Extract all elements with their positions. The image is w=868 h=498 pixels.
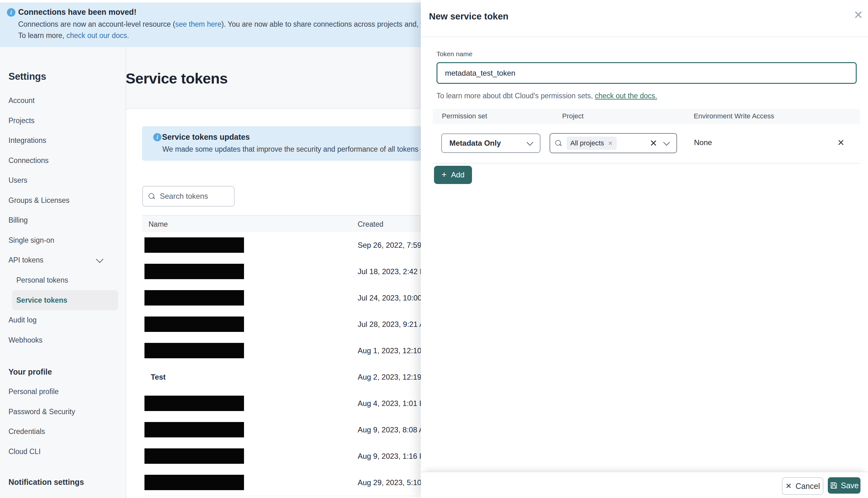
- sidebar-item-label: API tokens: [0, 256, 43, 264]
- info-icon: i: [153, 133, 161, 141]
- permission-set-value: Metadata Only: [449, 139, 501, 147]
- plus-icon: +: [442, 170, 447, 180]
- close-icon: ✕: [786, 482, 792, 490]
- check-docs-link[interactable]: check out our docs.: [66, 31, 129, 40]
- settings-sidebar: Settings AccountProjectsIntegrationsConn…: [0, 47, 126, 498]
- chevron-down-icon: [96, 255, 103, 263]
- sidebar-item-label: Audit log: [0, 316, 37, 324]
- save-button-label: Save: [841, 481, 859, 490]
- redacted-name-bar: [144, 343, 244, 358]
- sidebar-item-label: Single sign-on: [0, 236, 54, 245]
- sidebar-item-groups-licenses[interactable]: Groups & Licenses: [0, 194, 125, 207]
- sidebar-item-label: Your profile: [0, 367, 52, 377]
- environment-write-access-value: None: [694, 133, 712, 152]
- search-input[interactable]: [159, 192, 229, 201]
- redacted-name-bar: [144, 290, 244, 305]
- see-them-here-link[interactable]: see them here: [175, 20, 221, 28]
- sidebar-item-notification-settings: Notification settings: [0, 476, 125, 488]
- sidebar-item-personal-tokens[interactable]: Personal tokens: [0, 274, 125, 286]
- redacted-name-bar: [144, 264, 244, 279]
- sidebar-item-users[interactable]: Users: [0, 174, 125, 186]
- add-button[interactable]: + Add: [434, 166, 472, 184]
- token-name-cell: Test: [151, 364, 166, 390]
- sidebar-item-label: Webhooks: [0, 336, 42, 344]
- column-header-name: Name: [148, 216, 168, 233]
- cancel-button[interactable]: ✕ Cancel: [782, 477, 824, 495]
- sidebar-item-api-tokens[interactable]: API tokens: [0, 254, 125, 266]
- sidebar-item-single-sign-on[interactable]: Single sign-on: [0, 234, 125, 247]
- sidebar-item-webhooks[interactable]: Webhooks: [0, 334, 125, 346]
- redacted-name-bar: [144, 448, 244, 464]
- chevron-down-icon: [663, 139, 670, 146]
- cancel-button-label: Cancel: [795, 482, 820, 491]
- sidebar-item-label: Integrations: [0, 136, 46, 145]
- clear-icon[interactable]: ✕: [650, 139, 657, 148]
- infobox-title: Service tokens updates: [162, 132, 250, 142]
- redacted-name-bar: [144, 316, 244, 332]
- sidebar-item-cloud-cli[interactable]: Cloud CLI: [0, 445, 125, 458]
- sidebar-item-your-profile: Your profile: [0, 366, 125, 378]
- save-icon: [830, 481, 838, 489]
- redacted-name-bar: [144, 237, 244, 253]
- sidebar-item-label: Connections: [0, 156, 49, 165]
- project-combobox[interactable]: All projects ✕ ✕: [550, 133, 677, 153]
- sidebar-item-label: Personal tokens: [0, 276, 68, 285]
- sidebar-item-password-security[interactable]: Password & Security: [0, 405, 125, 418]
- drawer-title: New service token: [429, 11, 509, 22]
- sidebar-item-account[interactable]: Account: [0, 94, 125, 107]
- remove-row-icon[interactable]: ✕: [837, 133, 844, 152]
- sidebar-item-connections[interactable]: Connections: [0, 154, 125, 167]
- sidebar-item-label: Personal profile: [0, 388, 59, 396]
- redacted-name-bar: [144, 422, 244, 437]
- chip-remove-icon[interactable]: ✕: [608, 140, 613, 147]
- permissions-grid-header: Permission set Project Environment Write…: [433, 109, 860, 124]
- sidebar-item-label: Password & Security: [0, 408, 75, 416]
- helper-prefix: To learn more about dbt Cloud's permissi…: [436, 92, 595, 100]
- sidebar-item-label: Account: [0, 96, 35, 105]
- info-icon: i: [7, 8, 15, 17]
- divider: [421, 36, 868, 37]
- token-name-input[interactable]: [436, 62, 857, 84]
- redacted-name-bar: [144, 475, 244, 490]
- banner-footer-text: To learn more,: [18, 31, 66, 40]
- drawer-footer: ✕ Cancel Save: [421, 472, 868, 498]
- sidebar-item-service-tokens[interactable]: Service tokens: [0, 294, 125, 306]
- check-out-docs-link[interactable]: check out the docs.: [595, 92, 657, 100]
- close-icon[interactable]: ✕: [854, 10, 863, 21]
- sidebar-item-label: Projects: [0, 117, 35, 125]
- permission-helper-text: To learn more about dbt Cloud's permissi…: [436, 92, 657, 100]
- sidebar-item-audit-log[interactable]: Audit log: [0, 314, 125, 326]
- page-title: Service tokens: [126, 70, 228, 87]
- sidebar-item-label: Service tokens: [0, 296, 67, 304]
- banner-body-text: Connections are now an account-level res…: [18, 20, 175, 28]
- token-name-label: Token name: [436, 50, 472, 58]
- sidebar-item-label: Notification settings: [0, 477, 84, 487]
- sidebar-item-label: Users: [0, 176, 27, 185]
- banner-footer: To learn more, check out our docs.: [18, 31, 129, 40]
- sidebar-item-integrations[interactable]: Integrations: [0, 134, 125, 147]
- sidebar-item-label: Groups & Licenses: [0, 196, 69, 205]
- sidebar-item-label: Credentials: [0, 427, 45, 436]
- add-button-label: Add: [451, 170, 464, 179]
- banner-body: Connections are now an account-level res…: [18, 20, 465, 29]
- banner-title: Connections have been moved!: [18, 8, 136, 17]
- save-button[interactable]: Save: [828, 477, 860, 494]
- sidebar-item-label: Cloud CLI: [0, 447, 40, 456]
- redacted-name-bar: [144, 396, 244, 411]
- col-permission-set: Permission set: [442, 109, 487, 124]
- search-icon: [148, 193, 155, 199]
- new-service-token-drawer: New service token ✕ Token name To learn …: [421, 0, 868, 498]
- col-environment-write-access: Environment Write Access: [694, 109, 774, 124]
- chevron-down-icon: [527, 139, 533, 146]
- divider: [433, 163, 860, 163]
- col-project: Project: [562, 109, 583, 124]
- permission-set-select[interactable]: Metadata Only: [441, 133, 540, 153]
- sidebar-item-credentials[interactable]: Credentials: [0, 425, 125, 438]
- column-header-created: Created: [358, 216, 383, 233]
- sidebar-item-billing[interactable]: Billing: [0, 214, 125, 226]
- project-chip: All projects ✕: [566, 136, 617, 150]
- sidebar-item-projects[interactable]: Projects: [0, 114, 125, 127]
- sidebar-title: Settings: [9, 71, 46, 82]
- search-icon: [555, 140, 562, 146]
- sidebar-item-personal-profile[interactable]: Personal profile: [0, 385, 125, 398]
